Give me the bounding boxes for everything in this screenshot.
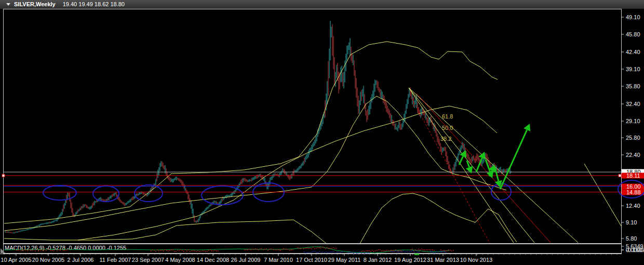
date-tick-label[interactable]: 4 May 2008: [165, 257, 195, 263]
price-tick-label: 25.80: [626, 135, 640, 141]
date-tick-label[interactable]: 11 Feb 2007: [100, 257, 131, 263]
date-tick-label[interactable]: 31 Mar 2013: [427, 257, 459, 263]
date-tick-label[interactable]: 19 Aug 2012: [394, 257, 426, 263]
fib-level-label: 50.0: [442, 125, 453, 131]
price-tick-label: 39.10: [626, 66, 640, 72]
date-tick-label[interactable]: 2 Jul 2006: [68, 257, 94, 263]
fib-level-label: 61.8: [442, 113, 453, 120]
date-tick-label[interactable]: 10 Apr 2005: [1, 257, 31, 263]
date-tick-label[interactable]: 29 May 2011: [328, 257, 361, 263]
price-tick-label: 22.40: [626, 152, 640, 158]
price-tick-label: 12.40: [626, 203, 640, 209]
date-tick-label[interactable]: 14 Dec 2008: [197, 257, 229, 263]
price-level-box: 14.88: [622, 190, 644, 195]
price-tick-label: 29.10: [626, 118, 640, 124]
ohlc-readout: 19.40 19.49 18.62 18.80: [63, 0, 125, 9]
chart-canvas[interactable]: [0, 0, 644, 265]
date-tick-label[interactable]: 7 Mar 2010: [264, 257, 293, 263]
price-tick-label: 42.40: [626, 49, 640, 55]
chart-title-bar[interactable]: SILVER,Weekly 19.40 19.49 18.62 18.80: [0, 0, 644, 9]
price-tick-label: 32.40: [626, 101, 640, 107]
price-tick-label: 49.10: [626, 14, 640, 20]
date-tick-label[interactable]: 23 Sep 2007: [132, 257, 164, 263]
price-tick-label: 35.80: [626, 83, 640, 89]
date-tick-label[interactable]: 8 Jan 2012: [364, 257, 392, 263]
price-tick-label: 9.10: [626, 219, 637, 226]
macd-indicator-label: MACD(12,26,9) -0.5278 -0.4650 0.0000 -0.…: [5, 245, 126, 251]
date-tick-label[interactable]: 20 Nov 2005: [32, 257, 64, 263]
price-level-box: 18.11: [622, 173, 644, 179]
symbol-timeframe-label: SILVER,Weekly: [14, 0, 56, 9]
date-tick-label[interactable]: 26 Jul 2009: [231, 257, 261, 263]
macd-tick-label: -0.1607: [626, 247, 644, 253]
date-tick-label[interactable]: 10 Nov 2013: [460, 257, 492, 263]
fib-level-label: 38.2: [440, 136, 451, 142]
price-tick-label: 45.80: [626, 31, 640, 37]
date-tick-label[interactable]: 17 Oct 2010: [296, 257, 327, 263]
mt4-chart-window: SILVER,Weekly 19.40 19.49 18.62 18.80 49…: [0, 0, 644, 265]
symbol-dropdown-icon[interactable]: [6, 3, 10, 6]
price-tick-label: 5.80: [626, 235, 637, 242]
